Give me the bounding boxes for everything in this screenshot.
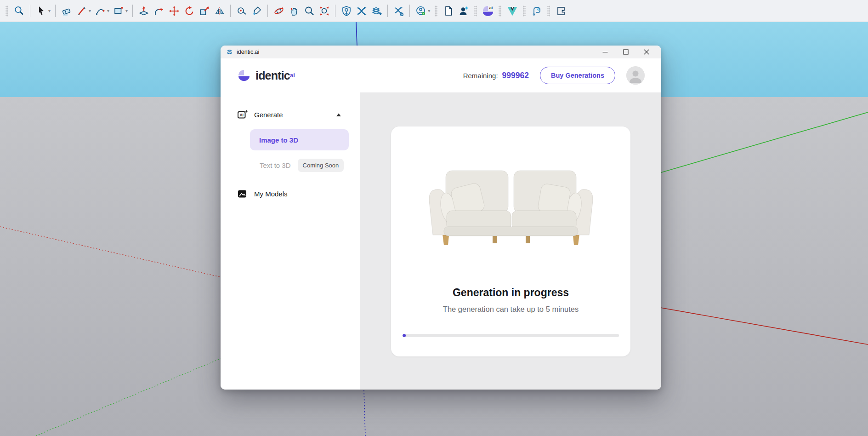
swap-arrows-icon xyxy=(356,6,367,17)
brand-sup: ai xyxy=(290,72,295,79)
generate-ai-icon: AI xyxy=(237,109,248,120)
identic-ai-icon: ai xyxy=(481,4,495,18)
section-box-plugin-button[interactable] xyxy=(554,4,568,18)
app-header: identicai Remaining: 999962 Buy Generati… xyxy=(221,58,661,92)
magnifier-select-button[interactable] xyxy=(12,4,26,18)
tape-measure-tool-button[interactable] xyxy=(234,4,249,18)
sidebar: AI Generate Image to 3D Text to 3D Comin… xyxy=(221,92,360,390)
pencil-icon xyxy=(76,6,87,17)
identic-ai-icon-label: ai xyxy=(489,5,493,10)
close-button[interactable] xyxy=(644,49,649,55)
minimize-button[interactable] xyxy=(602,49,608,55)
identic-ai-plugin-button[interactable]: ai xyxy=(481,4,495,18)
paint-bucket-icon xyxy=(251,6,262,17)
generation-status-title: Generation in progress xyxy=(453,287,569,299)
toolbar-separator xyxy=(409,5,410,17)
toolbar-separator xyxy=(387,5,388,17)
rotate-tool-button[interactable] xyxy=(182,4,196,18)
arc-tool-button[interactable] xyxy=(93,4,107,18)
toolbar-drag-handle[interactable] xyxy=(523,6,526,17)
app-body: AI Generate Image to 3D Text to 3D Comin… xyxy=(221,92,661,390)
generate-ai-icon-label: AI xyxy=(239,113,244,117)
identic-app-window: identic.ai identicai Remaining xyxy=(221,46,661,390)
toolbar-separator xyxy=(30,5,30,17)
chevron-down-icon[interactable]: ▾ xyxy=(89,8,91,13)
orbit-icon xyxy=(273,6,284,17)
account-button[interactable] xyxy=(414,4,428,18)
arc-icon xyxy=(95,6,106,17)
paint-bucket-tool-button[interactable] xyxy=(250,4,264,18)
swap-arrows-settings-icon xyxy=(393,6,404,17)
toolbar-drag-handle[interactable] xyxy=(499,6,501,17)
toolbar-separator xyxy=(230,5,231,17)
pan-hand-icon xyxy=(289,6,300,17)
push-pull-icon xyxy=(138,6,149,17)
sidebar-item-my-models[interactable]: My Models xyxy=(237,189,360,199)
new-document-button[interactable] xyxy=(441,4,455,18)
swap-arrows-button[interactable] xyxy=(354,4,369,18)
robot-plugin-button[interactable] xyxy=(529,4,544,18)
sketchup-logo-icon xyxy=(226,49,233,56)
push-pull-tool-button[interactable] xyxy=(136,4,151,18)
toolbar-drag-handle[interactable] xyxy=(547,6,550,17)
eraser-tool-button[interactable] xyxy=(59,4,74,18)
maximize-button[interactable] xyxy=(623,49,629,55)
rectangle-tool-button[interactable] xyxy=(111,4,125,18)
section-box-icon xyxy=(556,6,567,17)
identic-logo-icon xyxy=(237,69,251,82)
move-tool-button[interactable] xyxy=(167,4,181,18)
layers-export-button[interactable] xyxy=(369,4,384,18)
window-title: identic.ai xyxy=(237,49,259,55)
chevron-down-icon[interactable]: ▾ xyxy=(428,8,430,13)
avatar[interactable] xyxy=(626,66,645,85)
toolbar-drag-handle[interactable] xyxy=(6,6,8,17)
scale-tool-button[interactable] xyxy=(197,4,211,18)
sidebar-item-image-to-3d[interactable]: Image to 3D xyxy=(250,129,349,150)
chevron-down-icon[interactable]: ▾ xyxy=(125,8,128,13)
add-person-button[interactable] xyxy=(456,4,471,18)
shield-download-button[interactable] xyxy=(339,4,353,18)
v-check-icon xyxy=(506,5,518,17)
remaining-counter: Remaining: 999962 xyxy=(463,71,529,80)
swap-arrows-settings-button[interactable] xyxy=(391,4,406,18)
eraser-icon xyxy=(61,6,72,17)
sofa-preview-image xyxy=(424,168,598,247)
remaining-value: 999962 xyxy=(502,71,529,80)
chevron-up-icon[interactable] xyxy=(336,113,341,117)
header-right: Remaining: 999962 Buy Generations xyxy=(463,66,645,85)
zoom-tool-button[interactable] xyxy=(302,4,316,18)
text-to-3d-label: Text to 3D xyxy=(260,161,291,169)
scale-icon xyxy=(199,6,210,17)
rotate-icon xyxy=(184,6,195,17)
sidebar-section-generate[interactable]: AI Generate xyxy=(221,105,360,124)
toolbar-drag-handle[interactable] xyxy=(474,6,477,17)
select-tool-button[interactable] xyxy=(34,4,48,18)
sketchup-toolbar: ▾ ▾ ▾ ▾ xyxy=(0,0,868,22)
toolbar-separator xyxy=(335,5,335,17)
orbit-tool-button[interactable] xyxy=(272,4,286,18)
image-to-3d-label: Image to 3D xyxy=(259,136,298,144)
toolbar-drag-handle[interactable] xyxy=(435,6,437,17)
flip-tool-button[interactable] xyxy=(212,4,227,18)
generation-status-subtitle: The generation can take up to 5 minutes xyxy=(443,305,579,314)
zoom-extents-tool-button[interactable] xyxy=(317,4,331,18)
pencil-tool-button[interactable] xyxy=(74,4,89,18)
chevron-down-icon[interactable]: ▾ xyxy=(48,8,51,13)
window-titlebar[interactable]: identic.ai xyxy=(221,46,661,58)
sidebar-item-text-to-3d: Text to 3D Coming Soon xyxy=(260,159,360,172)
avatar-person-icon xyxy=(626,66,645,85)
generate-label: Generate xyxy=(254,111,283,119)
account-icon xyxy=(415,6,426,17)
follow-me-tool-button[interactable] xyxy=(152,4,166,18)
my-models-label: My Models xyxy=(254,190,288,198)
chevron-down-icon[interactable]: ▾ xyxy=(107,8,109,13)
zoom-icon xyxy=(304,6,315,17)
v-check-plugin-button[interactable] xyxy=(505,4,519,18)
pan-tool-button[interactable] xyxy=(287,4,301,18)
shield-download-icon xyxy=(341,6,352,17)
magnifier-icon xyxy=(14,6,25,17)
zoom-extents-icon xyxy=(319,6,330,17)
identic-brand: identicai xyxy=(237,69,295,82)
buy-generations-button[interactable]: Buy Generations xyxy=(540,67,615,84)
robot-icon xyxy=(531,6,542,17)
